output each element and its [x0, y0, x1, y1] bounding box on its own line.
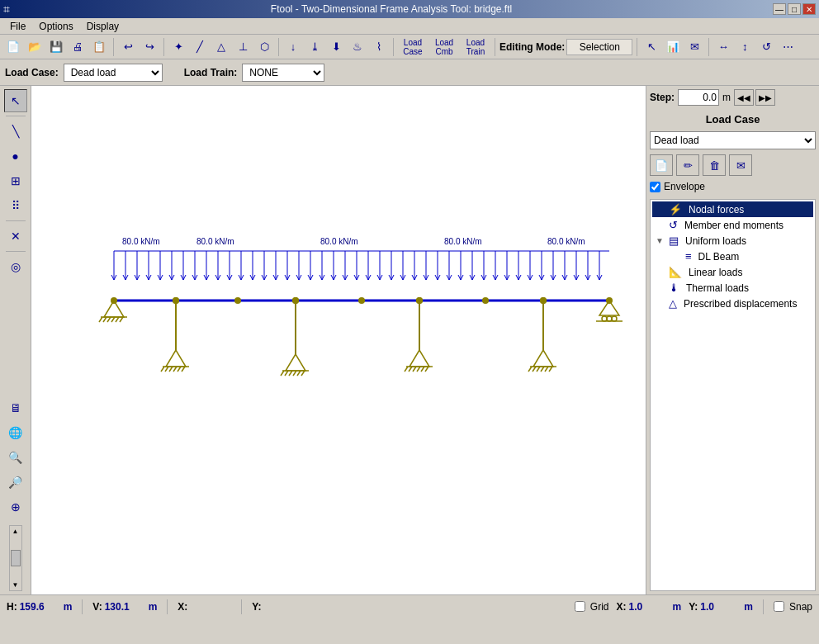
loadcase-label: Load Case: [5, 67, 59, 78]
spring-tool[interactable]: ⌇ [369, 37, 389, 57]
menu-file[interactable]: File [3, 19, 32, 34]
sep2 [163, 38, 164, 56]
new-button[interactable]: 📄 [3, 37, 23, 57]
editing-mode-value: Selection [566, 39, 632, 55]
sidebar-left: ↖ ╲ ● ⊞ ⠿ ✕ ◎ 🖥 🌐 🔍 🔎 ⊕ ▲ ▼ [0, 86, 31, 594]
grid-label[interactable]: Grid [590, 601, 609, 613]
open-button[interactable]: 📂 [25, 37, 45, 57]
icon-btn-3[interactable]: ✉ [684, 37, 704, 57]
grid-x-unit: m [673, 601, 682, 613]
step-input[interactable]: 0.0 [678, 89, 719, 106]
snap-checkbox[interactable] [774, 601, 784, 612]
grid-x-value: 1.0 [629, 601, 670, 613]
load-combo-btn[interactable]: LoadCmb [429, 37, 459, 57]
canvas-area[interactable] [31, 86, 646, 594]
display-btn[interactable]: 🖥 [4, 396, 27, 419]
results-btn[interactable]: 📊 [663, 37, 683, 57]
panel-delete-btn[interactable]: 🗑 [703, 154, 726, 176]
sep4 [393, 38, 394, 56]
step-prev-btn[interactable]: ◀◀ [734, 89, 754, 106]
tree-label-uniform-loads: Uniform loads [685, 235, 746, 247]
tree-icon-dl-beam: ≡ [685, 250, 692, 263]
maximize-button[interactable]: □ [788, 3, 801, 15]
panel-edit-btn[interactable]: ✏ [676, 154, 699, 176]
select-tool-btn[interactable]: ↖ [4, 89, 27, 112]
structure-canvas [31, 86, 642, 594]
point-load-tool[interactable]: ⬇ [326, 37, 346, 57]
menu-options[interactable]: Options [32, 19, 79, 34]
envelope-checkbox[interactable] [650, 182, 660, 192]
scroll-up[interactable]: ▲ [12, 528, 19, 535]
draw-line-btn[interactable]: ╲ [4, 120, 27, 143]
undo-button[interactable]: ↩ [118, 37, 138, 57]
envelope-label[interactable]: Envelope [664, 181, 705, 192]
arrow-h-btn[interactable]: ↔ [713, 37, 733, 57]
x-label: X: [178, 601, 187, 613]
editing-mode-label: Editing Mode: [499, 41, 565, 53]
tree-item-prescribed-displacements[interactable]: △Prescribed displacements [652, 296, 813, 311]
y-label: Y: [252, 601, 261, 613]
tree-icon-prescribed-displacements: △ [669, 297, 677, 310]
rotate-btn[interactable]: ↺ [756, 37, 776, 57]
load-case-btn[interactable]: LoadCase [398, 37, 428, 57]
panel-doc-btn[interactable]: 📄 [650, 154, 673, 176]
statusbar-sep4 [763, 599, 764, 614]
tree-item-dl-beam[interactable]: ≡DL Beam [652, 249, 813, 264]
support-roller-tool[interactable]: ⊥ [233, 37, 253, 57]
snap-label[interactable]: Snap [789, 601, 812, 613]
more-btn[interactable]: ⋯ [778, 37, 798, 57]
tree-expand-uniform-loads[interactable]: ▼ [656, 236, 665, 245]
step-next-btn[interactable]: ▶▶ [755, 89, 775, 106]
tree-item-uniform-loads[interactable]: ▼▤Uniform loads [652, 233, 813, 249]
side-sep1 [6, 116, 26, 116]
save-button[interactable]: 💾 [46, 37, 66, 57]
loadtrain-select[interactable]: NONE [242, 64, 324, 82]
scroll-thumb[interactable] [11, 550, 21, 566]
print-button[interactable]: 🖨 [68, 37, 88, 57]
menu-display[interactable]: Display [80, 19, 125, 34]
grid-y-label: Y: [689, 601, 698, 613]
step-label: Step: [650, 92, 675, 103]
v-label: V: [92, 601, 102, 613]
tree-item-member-end-moments[interactable]: ↺Member end moments [652, 217, 813, 233]
tree-item-linear-loads[interactable]: 📐Linear loads [652, 264, 813, 280]
envelope-row: Envelope [650, 181, 816, 192]
globe-btn[interactable]: 🌐 [4, 421, 27, 444]
panel-mail-btn[interactable]: ✉ [729, 154, 752, 176]
clipboard-button[interactable]: 📋 [89, 37, 109, 57]
close-button[interactable]: ✕ [802, 3, 816, 15]
distributed-load-tool[interactable]: ⤓ [305, 37, 324, 57]
zoom-in-btn[interactable]: 🔍 [4, 446, 27, 469]
v-unit: m [149, 601, 158, 613]
tree-item-thermal-loads[interactable]: 🌡Thermal loads [652, 280, 813, 296]
load-case-panel-select[interactable]: Dead load [650, 131, 816, 149]
grid-checkbox[interactable] [575, 601, 585, 612]
toolbar-loadcase: Load Case: Dead load Load Train: NONE [0, 59, 819, 86]
arrow-v-btn[interactable]: ↕ [735, 37, 755, 57]
status-h: H: 159.6 m [7, 601, 72, 613]
load-train-btn[interactable]: LoadTrain [461, 37, 490, 57]
zoom-out-btn[interactable]: 🔎 [4, 471, 27, 494]
thermal-tool[interactable]: ♨ [348, 37, 367, 57]
nodal-force-tool[interactable]: ↓ [283, 37, 303, 57]
minimize-button[interactable]: — [773, 3, 786, 15]
cursor-btn[interactable]: ↖ [641, 37, 661, 57]
frame-tool[interactable]: ⬡ [254, 37, 274, 57]
scroll-down[interactable]: ▼ [12, 581, 19, 589]
support-pin-tool[interactable]: △ [211, 37, 231, 57]
load-case-section-title: Load Case [650, 111, 816, 128]
tree-icon-thermal-loads: 🌡 [669, 282, 679, 294]
beam-tool[interactable]: ╱ [190, 37, 210, 57]
node-tool[interactable]: ✦ [168, 37, 188, 57]
fit-btn[interactable]: ⊕ [4, 495, 27, 519]
step-arrows: ◀◀ ▶▶ [734, 89, 775, 106]
draw-point-btn[interactable]: ● [4, 144, 27, 168]
draw-dense-btn[interactable]: ⠿ [4, 194, 27, 217]
tree-item-nodal-forces[interactable]: ⚡Nodal forces [652, 201, 813, 217]
loadcase-select[interactable]: Dead load [64, 64, 163, 82]
step-row: Step: 0.0 m ◀◀ ▶▶ [650, 89, 816, 106]
special-btn[interactable]: ◎ [4, 255, 27, 278]
redo-button[interactable]: ↪ [140, 37, 159, 57]
delete-btn[interactable]: ✕ [4, 225, 27, 248]
draw-grid-btn[interactable]: ⊞ [4, 169, 27, 192]
